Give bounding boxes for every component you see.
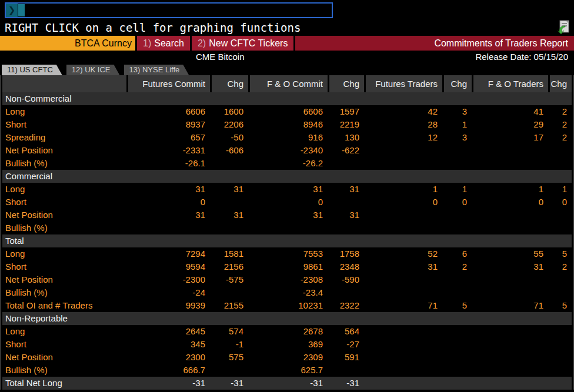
data-cell[interactable]: 3 bbox=[442, 131, 472, 144]
data-cell[interactable]: 5 bbox=[548, 247, 572, 260]
data-cell[interactable]: -31 bbox=[126, 377, 210, 390]
data-cell[interactable]: 71 bbox=[472, 299, 548, 312]
data-cell[interactable] bbox=[472, 377, 548, 390]
data-cell[interactable]: 31 bbox=[328, 183, 364, 196]
data-cell[interactable]: 345 bbox=[126, 338, 210, 351]
data-cell[interactable]: 0 bbox=[442, 196, 472, 209]
data-cell[interactable] bbox=[472, 222, 548, 234]
data-cell[interactable] bbox=[548, 325, 572, 338]
data-cell[interactable]: 31 bbox=[328, 209, 364, 222]
data-cell[interactable]: 666.7 bbox=[126, 364, 210, 377]
data-cell[interactable]: 28 bbox=[364, 118, 442, 131]
data-cell[interactable]: 8937 bbox=[126, 118, 210, 131]
data-cell[interactable]: 564 bbox=[328, 325, 364, 338]
data-cell[interactable]: 2 bbox=[548, 131, 572, 144]
data-cell[interactable] bbox=[548, 377, 572, 390]
data-cell[interactable] bbox=[210, 222, 248, 234]
data-cell[interactable]: -1 bbox=[210, 338, 248, 351]
data-cell[interactable]: 31 bbox=[364, 260, 442, 273]
data-cell[interactable] bbox=[548, 351, 572, 364]
data-cell[interactable]: 2348 bbox=[328, 260, 364, 273]
data-cell[interactable] bbox=[442, 273, 472, 286]
data-cell[interactable]: 2645 bbox=[126, 325, 210, 338]
data-cell[interactable]: 10231 bbox=[248, 299, 328, 312]
data-cell[interactable]: 6 bbox=[442, 247, 472, 260]
data-cell[interactable] bbox=[472, 351, 548, 364]
data-cell[interactable]: -2340 bbox=[248, 144, 328, 157]
data-cell[interactable] bbox=[364, 351, 442, 364]
data-cell[interactable]: -31 bbox=[328, 377, 364, 390]
data-cell[interactable]: -622 bbox=[328, 144, 364, 157]
data-cell[interactable]: -31 bbox=[248, 377, 328, 390]
data-cell[interactable]: 5 bbox=[442, 299, 472, 312]
data-cell[interactable]: 9939 bbox=[126, 299, 210, 312]
data-cell[interactable] bbox=[472, 209, 548, 222]
tab-13-nyse-liffe[interactable]: 13) NYSE Liffe bbox=[124, 65, 189, 75]
data-cell[interactable]: 1 bbox=[548, 183, 572, 196]
data-cell[interactable]: 2 bbox=[442, 260, 472, 273]
data-cell[interactable]: 0 bbox=[126, 196, 210, 209]
data-cell[interactable]: 52 bbox=[364, 247, 442, 260]
data-cell[interactable]: 9594 bbox=[126, 260, 210, 273]
data-cell[interactable] bbox=[472, 338, 548, 351]
data-cell[interactable]: 31 bbox=[248, 209, 328, 222]
data-cell[interactable] bbox=[364, 338, 442, 351]
data-cell[interactable]: 29 bbox=[472, 118, 548, 131]
data-cell[interactable]: 369 bbox=[248, 338, 328, 351]
data-cell[interactable]: 130 bbox=[328, 131, 364, 144]
data-cell[interactable] bbox=[442, 338, 472, 351]
data-cell[interactable]: 71 bbox=[364, 299, 442, 312]
data-cell[interactable]: -23.4 bbox=[248, 286, 328, 299]
data-cell[interactable] bbox=[442, 209, 472, 222]
data-cell[interactable]: 31 bbox=[210, 183, 248, 196]
data-cell[interactable]: -2308 bbox=[248, 273, 328, 286]
data-cell[interactable]: 9861 bbox=[248, 260, 328, 273]
data-cell[interactable] bbox=[364, 377, 442, 390]
data-cell[interactable]: -2331 bbox=[126, 144, 210, 157]
data-cell[interactable]: 1600 bbox=[210, 105, 248, 118]
data-cell[interactable] bbox=[442, 222, 472, 234]
data-cell[interactable]: -606 bbox=[210, 144, 248, 157]
data-cell[interactable]: 31 bbox=[248, 183, 328, 196]
data-cell[interactable] bbox=[548, 209, 572, 222]
data-cell[interactable] bbox=[442, 351, 472, 364]
data-cell[interactable]: 591 bbox=[328, 351, 364, 364]
data-cell[interactable] bbox=[548, 273, 572, 286]
data-cell[interactable] bbox=[210, 286, 248, 299]
data-cell[interactable]: 1 bbox=[442, 183, 472, 196]
data-cell[interactable] bbox=[472, 144, 548, 157]
data-cell[interactable] bbox=[328, 157, 364, 170]
data-cell[interactable]: 2 bbox=[548, 118, 572, 131]
data-cell[interactable] bbox=[548, 338, 572, 351]
data-cell[interactable]: -575 bbox=[210, 273, 248, 286]
data-cell[interactable]: -590 bbox=[328, 273, 364, 286]
data-cell[interactable] bbox=[126, 222, 210, 234]
command-bar[interactable]: ❯ bbox=[5, 2, 333, 18]
data-cell[interactable]: 1 bbox=[442, 118, 472, 131]
data-cell[interactable]: 657 bbox=[126, 131, 210, 144]
data-cell[interactable]: 1597 bbox=[328, 105, 364, 118]
ticker-label[interactable]: BTCA Curncy bbox=[0, 36, 135, 51]
data-cell[interactable] bbox=[442, 286, 472, 299]
data-cell[interactable]: 5 bbox=[548, 299, 572, 312]
data-cell[interactable] bbox=[328, 222, 364, 234]
data-cell[interactable] bbox=[328, 196, 364, 209]
tab-12-uk-ice[interactable]: 12) UK ICE bbox=[66, 65, 120, 75]
data-cell[interactable]: 2206 bbox=[210, 118, 248, 131]
data-cell[interactable] bbox=[472, 273, 548, 286]
data-cell[interactable]: -26.2 bbox=[248, 157, 328, 170]
data-cell[interactable] bbox=[210, 196, 248, 209]
data-cell[interactable] bbox=[442, 325, 472, 338]
data-cell[interactable]: 1 bbox=[364, 183, 442, 196]
data-cell[interactable] bbox=[548, 144, 572, 157]
data-cell[interactable]: -50 bbox=[210, 131, 248, 144]
data-cell[interactable] bbox=[472, 286, 548, 299]
data-cell[interactable]: 31 bbox=[126, 209, 210, 222]
data-cell[interactable]: -26.1 bbox=[126, 157, 210, 170]
data-cell[interactable] bbox=[548, 364, 572, 377]
data-cell[interactable]: 1581 bbox=[210, 247, 248, 260]
data-cell[interactable]: 12 bbox=[364, 131, 442, 144]
data-cell[interactable]: 2219 bbox=[328, 118, 364, 131]
data-cell[interactable] bbox=[472, 157, 548, 170]
data-cell[interactable] bbox=[548, 157, 572, 170]
